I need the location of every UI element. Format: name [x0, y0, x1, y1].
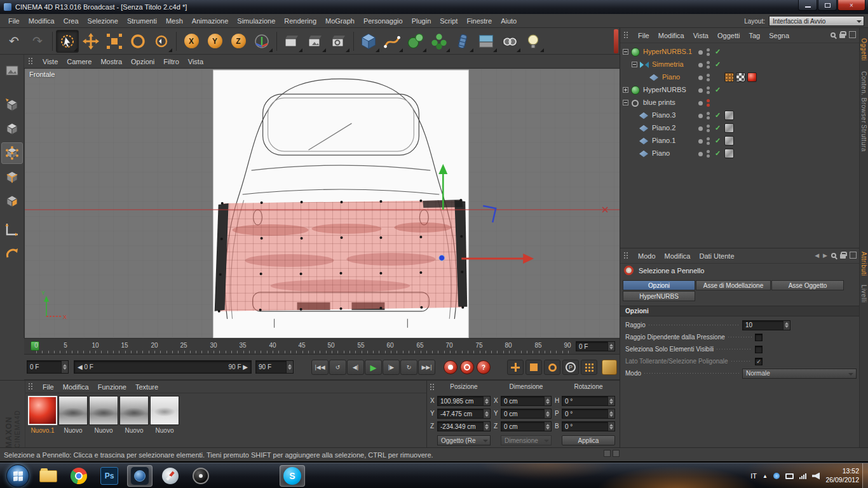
key-scale-toggle[interactable] [526, 360, 542, 375]
texture-tag-icon[interactable] [724, 123, 734, 133]
show-desktop-button[interactable] [862, 463, 868, 488]
lock-x-axis-button[interactable]: X [180, 30, 203, 53]
go-to-end-button[interactable]: ▶▶| [418, 360, 435, 375]
layer-dot-icon[interactable] [698, 126, 703, 131]
om-menu-modifica[interactable]: Modifica [654, 30, 689, 41]
language-indicator[interactable]: IT [750, 472, 757, 480]
clock[interactable]: 13:52 26/09/2012 [825, 466, 859, 484]
add-camera-button[interactable] [498, 30, 521, 53]
status-box-icon[interactable] [613, 450, 620, 457]
layer-dot-icon[interactable] [698, 76, 703, 80]
play-backward-button[interactable]: ↺ [329, 360, 346, 375]
live-selection-tool[interactable] [56, 30, 79, 53]
material-menu-file[interactable]: File [38, 381, 58, 393]
frame-range-slider[interactable]: ◀ 0 F 90 F ▶ [74, 360, 252, 374]
dim-x-field[interactable]: 0 cm [501, 396, 552, 406]
keyframe-selection-button[interactable]: ? [477, 360, 491, 374]
taskbar-media-player[interactable] [188, 465, 214, 487]
material-thumbnail[interactable] [58, 396, 88, 425]
render-settings-button[interactable] [327, 30, 350, 53]
enable-snap-button[interactable] [1, 243, 23, 264]
layer-dot-icon[interactable] [698, 50, 703, 55]
add-cloner-button[interactable] [428, 30, 451, 53]
menu-mesh[interactable]: Mesh [161, 15, 187, 27]
make-editable-button[interactable] [1, 94, 23, 116]
section-header-opzioni[interactable]: Opzioni [620, 306, 860, 316]
taskbar-explorer[interactable] [36, 465, 61, 487]
material-thumbnail[interactable] [119, 396, 149, 425]
om-menu-vista[interactable]: Vista [689, 30, 713, 41]
material-label[interactable]: Nuovo.1 [27, 427, 58, 434]
enabled-check-icon[interactable]: ✓ [715, 149, 721, 158]
tree-row-piano3[interactable]: Piano.3 ✓ [620, 109, 860, 122]
volume-icon[interactable] [812, 473, 820, 480]
visibility-dots[interactable] [707, 137, 710, 146]
hidden-icons-arrow[interactable]: ▲ [763, 473, 768, 479]
am-menu-modifica[interactable]: Modifica [660, 250, 695, 262]
viewport-menu-viste[interactable]: Viste [38, 56, 62, 67]
key-parameter-toggle[interactable]: P [562, 360, 579, 375]
tray-app-icon[interactable] [773, 473, 780, 479]
visibility-dots[interactable] [707, 112, 710, 121]
dim-z-field[interactable]: 0 cm [501, 421, 552, 431]
menu-selezione[interactable]: Selezione [83, 15, 123, 27]
menu-script[interactable]: Script [435, 15, 462, 27]
menu-plugin[interactable]: Plugin [407, 15, 436, 27]
maximize-button[interactable] [818, 0, 837, 11]
keyframe-palette-button[interactable] [602, 360, 617, 375]
add-cube-primitive-button[interactable] [357, 30, 380, 53]
material-menu-modifica[interactable]: Modifica [58, 381, 93, 393]
material-label[interactable]: Nuovo [119, 427, 149, 434]
tree-row-simmetria[interactable]: Simmetria ✓ [620, 58, 860, 71]
texture-view-mode-button[interactable] [1, 60, 23, 81]
enabled-check-icon[interactable]: ✓ [715, 124, 721, 132]
end-frame-field[interactable]: 90 F [255, 360, 294, 374]
add-spline-button[interactable] [381, 30, 403, 53]
panel-grip-icon[interactable] [430, 383, 435, 391]
raggio-input[interactable]: 10 [742, 320, 790, 330]
tree-row-hypernurbs[interactable]: HyperNURBS ✓ [620, 84, 860, 97]
layer-dot-icon[interactable] [698, 114, 703, 118]
modo-dropdown[interactable]: Normale [742, 369, 857, 379]
texture-tag-icon[interactable] [724, 136, 734, 146]
key-point-level-toggle[interactable] [581, 360, 597, 375]
add-light-button[interactable] [522, 30, 545, 53]
taskbar-skype[interactable]: S [280, 465, 305, 487]
tree-row-piano1[interactable]: Piano.1 ✓ [620, 135, 860, 147]
layout-dropdown[interactable]: Interfaccia di Avvio [769, 16, 864, 26]
display-icon[interactable] [785, 473, 794, 479]
enabled-check-icon[interactable]: ✓ [715, 137, 721, 145]
history-back-icon[interactable]: ◀ [815, 252, 819, 259]
taskbar-chrome[interactable] [66, 465, 92, 487]
menu-modifica[interactable]: Modifica [24, 15, 59, 27]
go-to-start-button[interactable]: |◀◀ [311, 360, 329, 375]
material-label[interactable]: Nuovo [88, 427, 119, 434]
expand-toggle[interactable] [623, 87, 628, 93]
stepper-icon[interactable] [607, 342, 614, 351]
material-menu-funzione[interactable]: Funzione [93, 381, 131, 393]
start-button[interactable] [6, 464, 29, 487]
collapse-toggle[interactable] [623, 49, 628, 55]
key-position-toggle[interactable] [507, 360, 524, 375]
play-button[interactable]: ▶ [365, 360, 382, 375]
next-frame-button[interactable]: |▶ [383, 360, 400, 375]
current-frame-field[interactable]: 0 F [27, 360, 69, 374]
tab-asse-modellazione[interactable]: Asse di Modellazione [696, 280, 771, 290]
menu-strumenti[interactable]: Strumenti [123, 15, 161, 27]
visibility-dots[interactable] [707, 74, 710, 83]
stepper-icon[interactable] [286, 361, 293, 373]
coordinate-system-button[interactable] [250, 30, 273, 53]
points-mode-button[interactable] [1, 142, 23, 164]
selection-tag-icon[interactable] [724, 72, 734, 82]
record-keyframe-button[interactable] [444, 360, 458, 374]
menu-aiuto[interactable]: Aiuto [496, 15, 521, 27]
visibility-dots[interactable] [707, 150, 710, 159]
autokey-button[interactable] [460, 360, 474, 374]
am-menu-dati-utente[interactable]: Dati Utente [695, 250, 739, 262]
menu-personaggio[interactable]: Personaggio [359, 15, 407, 27]
add-panel-icon[interactable] [849, 31, 856, 38]
collapse-toggle[interactable] [623, 100, 628, 105]
layer-dot-icon[interactable] [698, 88, 703, 93]
search-icon[interactable] [831, 253, 836, 258]
rot-h-field[interactable]: 0 ° [562, 396, 615, 406]
